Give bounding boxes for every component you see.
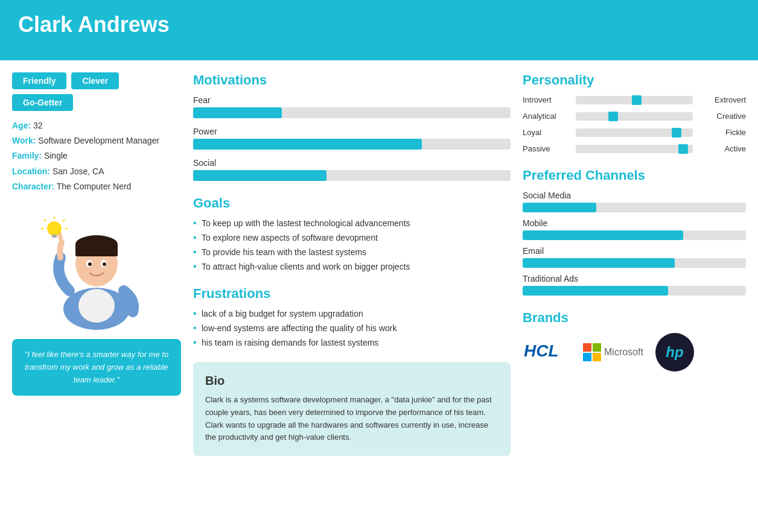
loyal-fickle-row: Loyal Fickle xyxy=(523,128,746,137)
character-value: The Computer Nerd xyxy=(57,182,132,191)
work-label: Work: xyxy=(12,136,36,145)
social-media-fill xyxy=(523,203,596,212)
family-row: Family: Single xyxy=(12,148,181,163)
page-title: Clark Andrews xyxy=(18,12,170,37)
svg-rect-12 xyxy=(52,235,57,238)
passive-label: Passive xyxy=(523,144,571,153)
mobile-track xyxy=(523,230,746,240)
tags-container: Friendly Clever Go-Getter xyxy=(12,72,181,111)
svg-point-1 xyxy=(78,289,115,323)
channels-title: Preferred Channels xyxy=(523,168,746,183)
microsoft-text: Microsoft xyxy=(604,347,643,358)
svg-point-11 xyxy=(47,221,62,236)
loyal-track xyxy=(576,128,693,137)
character-row: Character: The Computer Nerd xyxy=(12,179,181,194)
motivations-title: Motivations xyxy=(193,72,511,88)
email-fill xyxy=(523,258,675,268)
goals-title: Goals xyxy=(193,195,511,211)
active-label: Active xyxy=(698,144,746,153)
fear-label: Fear xyxy=(193,95,511,105)
quote-text: "I feel like there's a smarter way for m… xyxy=(25,350,168,384)
list-item: low-end systems are affecting the qualit… xyxy=(193,323,511,333)
location-row: Location: San Jose, CA xyxy=(12,164,181,179)
list-item: his team is raising demands for lastest … xyxy=(193,338,511,347)
work-value: Software Development Manager xyxy=(38,136,159,145)
bio-title: Bio xyxy=(205,374,498,388)
ms-blue xyxy=(583,353,591,361)
location-value: San Jose, CA xyxy=(53,166,104,176)
personality-title: Personality xyxy=(523,72,746,88)
traditional-ads-track xyxy=(523,286,746,296)
avatar xyxy=(36,203,157,330)
preferred-channels-section: Preferred Channels Social Media Mobile E… xyxy=(523,168,746,296)
creative-label: Creative xyxy=(698,112,746,121)
frustrations-list: lack of a big budget for system upgradat… xyxy=(193,309,511,347)
mobile-fill xyxy=(523,230,683,240)
tag-clever: Clever xyxy=(71,72,119,89)
social-media-channel-row: Social Media xyxy=(523,191,746,212)
ms-green xyxy=(593,343,601,352)
power-fill xyxy=(193,139,422,150)
social-label: Social xyxy=(193,158,511,168)
tag-gogetter: Go-Getter xyxy=(12,94,73,111)
ms-red xyxy=(583,343,591,352)
extrovert-label: Extrovert xyxy=(698,95,746,104)
traditional-ads-channel-row: Traditional Ads xyxy=(523,274,746,296)
character-label: Character: xyxy=(12,182,54,191)
frustrations-section: Frustrations lack of a big budget for sy… xyxy=(193,286,511,347)
fear-fill xyxy=(193,107,282,118)
list-item: To explore new aspects of software devop… xyxy=(193,233,511,242)
svg-line-15 xyxy=(44,220,46,221)
traditional-ads-fill xyxy=(523,286,668,296)
list-item: lack of a big budget for system upgradat… xyxy=(193,309,511,318)
quote-box: "I feel like there's a smarter way for m… xyxy=(12,339,181,396)
power-track xyxy=(193,139,511,150)
introvert-track xyxy=(576,96,693,104)
microsoft-logo: Microsoft xyxy=(583,343,643,361)
svg-line-10 xyxy=(59,232,62,242)
email-channel-label: Email xyxy=(523,246,746,256)
age-row: Age: 32 xyxy=(12,118,181,133)
fear-track xyxy=(193,107,511,118)
power-bar-row: Power xyxy=(193,127,511,150)
brands-logos: HCL Microsoft hp xyxy=(523,333,746,372)
introvert-extrovert-row: Introvert Extrovert xyxy=(523,95,746,104)
age-value: 32 xyxy=(33,121,43,130)
svg-point-9 xyxy=(103,262,106,266)
social-media-track xyxy=(523,203,746,212)
mid-column: Motivations Fear Power Social xyxy=(193,72,511,456)
family-value: Single xyxy=(44,151,68,160)
goals-section: Goals To keep up with the lastest techno… xyxy=(193,195,511,271)
age-label: Age: xyxy=(12,121,31,130)
social-media-channel-label: Social Media xyxy=(523,191,746,200)
ms-yellow xyxy=(593,353,601,361)
info-block: Age: 32 Work: Software Development Manag… xyxy=(12,118,181,194)
goals-list: To keep up with the lastest technologica… xyxy=(193,218,511,271)
traditional-ads-channel-label: Traditional Ads xyxy=(523,274,746,283)
bio-box: Bio Clark is a systems software developm… xyxy=(193,362,511,456)
bio-text: Clark is a systems software development … xyxy=(205,394,498,444)
email-channel-row: Email xyxy=(523,246,746,268)
personality-section: Personality Introvert Extrovert Analytic… xyxy=(523,72,746,153)
analytical-creative-row: Analytical Creative xyxy=(523,112,746,121)
svg-line-14 xyxy=(63,220,65,221)
mobile-channel-label: Mobile xyxy=(523,218,746,228)
motivations-section: Motivations Fear Power Social xyxy=(193,72,511,181)
tag-friendly: Friendly xyxy=(12,72,66,89)
fickle-label: Fickle xyxy=(698,128,746,137)
introvert-label: Introvert xyxy=(523,95,571,104)
list-item: To attract high-value clients and work o… xyxy=(193,262,511,271)
email-track xyxy=(523,258,746,268)
right-column: Personality Introvert Extrovert Analytic… xyxy=(523,72,746,456)
loyal-indicator xyxy=(672,128,681,138)
main-content: Friendly Clever Go-Getter Age: 32 Work: … xyxy=(0,60,758,468)
header: Clark Andrews xyxy=(0,0,758,60)
list-item: To keep up with the lastest technologica… xyxy=(193,218,511,228)
fear-bar-row: Fear xyxy=(193,95,511,118)
social-fill xyxy=(193,170,326,181)
list-item: To provide his team with the lastest sys… xyxy=(193,247,511,257)
social-track xyxy=(193,170,511,181)
left-column: Friendly Clever Go-Getter Age: 32 Work: … xyxy=(12,72,181,456)
avatar-container xyxy=(12,200,181,333)
mobile-channel-row: Mobile xyxy=(523,218,746,240)
